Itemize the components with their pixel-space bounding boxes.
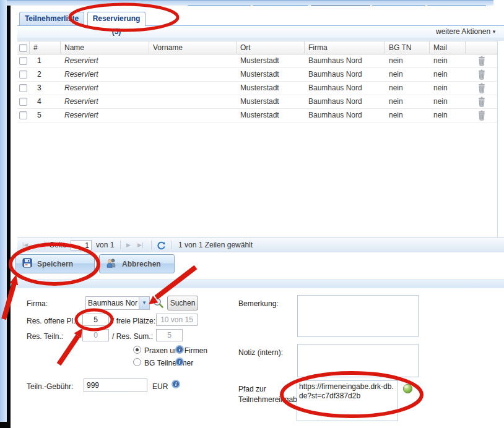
firma-combobox[interactable]: Baumhaus Nord ▼ (85, 296, 150, 310)
cell-name: Reserviert (61, 68, 149, 81)
res-teiln-label: Res. Teiln.: (27, 332, 63, 341)
info-icon[interactable]: i (175, 357, 184, 366)
delete-row-button[interactable] (477, 56, 487, 66)
chevron-down-icon: ▼ (492, 29, 497, 35)
cell-firma: Baumhaus Nord (305, 95, 385, 108)
next-page-button[interactable]: ▶ (126, 238, 131, 253)
radio-bg-label: BG Teilnehmer (144, 359, 193, 367)
cell-vorname (149, 95, 237, 108)
column-header-firma[interactable]: Firma (305, 41, 385, 54)
firma-combobox-value: Baumhaus Nord (88, 299, 137, 309)
table-row[interactable]: 1 Reserviert Musterstadt Baumhaus Nord n… (17, 54, 497, 68)
cell-name: Reserviert (61, 82, 149, 95)
gebuehr-label: Teiln.-Gebühr: (27, 382, 73, 391)
cell-bgtn: nein (385, 54, 430, 67)
subtab-reservierung[interactable]: Reservierung (5) (87, 12, 146, 26)
more-actions-menu-button[interactable]: weitere Aktionen▼ (436, 27, 497, 36)
suchen-button[interactable]: Suchen (167, 296, 198, 310)
table-row[interactable]: 5 Reserviert Musterstadt Baumhaus Nord n… (17, 109, 497, 122)
radio-praxen-und-firmen[interactable] (133, 346, 141, 354)
header-checkbox-cell (17, 41, 30, 54)
cancel-button-label: Abbrechen (122, 260, 161, 268)
freie-plaetze-input[interactable] (156, 314, 198, 326)
bemerkung-textarea[interactable] (297, 295, 419, 337)
delete-row-button[interactable] (477, 69, 487, 80)
column-header-num[interactable]: # (30, 41, 61, 54)
cell-name: Reserviert (61, 95, 149, 108)
select-all-checkbox[interactable] (19, 44, 27, 52)
cell-mail: nein (430, 109, 466, 122)
cell-vorname (149, 68, 237, 81)
column-header-mail[interactable]: Mail (430, 41, 466, 54)
page-of-label: von 1 (96, 238, 114, 253)
notiz-textarea[interactable] (297, 344, 419, 377)
table-header: # Name Vorname Ort Firma BG TN Mail (17, 41, 497, 54)
page-number-input[interactable] (71, 240, 92, 250)
search-icon[interactable] (152, 297, 164, 311)
res-teiln-input[interactable] (82, 329, 109, 341)
app-window: Kursstammdaten Dozenten- Tage Teilnehmer… (0, 0, 504, 428)
cell-vorname (149, 82, 237, 95)
table-row[interactable]: 2 Reserviert Musterstadt Baumhaus Nord n… (17, 68, 497, 82)
pfad-label: Pfad zur Teilnehmereingabe: (238, 384, 297, 405)
delete-row-button[interactable] (477, 83, 487, 93)
cell-mail: nein (430, 68, 466, 81)
chevron-down-icon[interactable]: ▼ (139, 297, 149, 309)
cell-bgtn: nein (385, 95, 430, 108)
cell-num: 4 (30, 95, 61, 108)
radio-bg-teilnehmer[interactable] (133, 358, 141, 366)
column-header-vorname[interactable]: Vorname (149, 41, 237, 54)
cell-vorname (149, 54, 237, 67)
column-header-name[interactable]: Name (61, 41, 149, 54)
info-icon[interactable]: i (175, 345, 184, 354)
cell-name: Reserviert (61, 54, 149, 67)
delete-row-button[interactable] (477, 96, 487, 107)
page-label: Seite (50, 238, 66, 253)
save-button[interactable]: Speichern (15, 254, 95, 273)
cell-name: Reserviert (61, 109, 149, 122)
cell-bgtn: nein (385, 68, 430, 81)
table-row[interactable]: 3 Reserviert Musterstadt Baumhaus Nord n… (17, 82, 497, 95)
panel-top-border (0, 0, 493, 6)
cancel-button[interactable]: Abbrechen (99, 254, 175, 273)
res-sum-input[interactable] (156, 329, 183, 341)
cell-num: 1 (30, 54, 61, 67)
separator (120, 241, 121, 249)
first-page-button[interactable]: |◀ (22, 238, 28, 253)
cell-ort: Musterstadt (237, 54, 305, 67)
prev-page-button[interactable]: ◀ (35, 238, 39, 253)
res-sum-label: / Res. Sum.: (112, 332, 153, 341)
column-header-bgtn[interactable]: BG TN (385, 41, 430, 54)
cell-firma: Baumhaus Nord (305, 68, 385, 81)
cell-ort: Musterstadt (237, 68, 305, 81)
cell-mail: nein (430, 95, 466, 108)
pfad-textarea[interactable]: https://firmeneingabe.drk-db.de?st=c7df3… (297, 380, 398, 421)
separator (45, 241, 45, 249)
cell-vorname (149, 109, 237, 122)
cell-ort: Musterstadt (237, 95, 305, 108)
cell-firma: Baumhaus Nord (305, 54, 385, 67)
globe-icon[interactable] (402, 383, 413, 396)
row-checkbox[interactable] (19, 71, 27, 79)
last-page-button[interactable]: ▶| (137, 238, 143, 253)
gebuehr-input[interactable] (84, 379, 147, 392)
form-panel-header (17, 280, 504, 288)
column-header-actions (466, 41, 497, 54)
row-checkbox[interactable] (19, 84, 27, 92)
refresh-icon[interactable] (157, 241, 166, 250)
row-checkbox[interactable] (19, 98, 27, 106)
column-header-ort[interactable]: Ort (237, 41, 305, 54)
row-checkbox[interactable] (19, 111, 27, 119)
table-row[interactable]: 4 Reserviert Musterstadt Baumhaus Nord n… (17, 95, 497, 109)
cell-bgtn: nein (385, 109, 430, 122)
row-checkbox[interactable] (19, 57, 27, 65)
info-icon[interactable]: i (172, 380, 180, 388)
users-icon (106, 258, 117, 270)
panel-left-border (0, 0, 7, 422)
subtab-teilnehmerliste[interactable]: Teilnehmerliste (5) (19, 12, 84, 25)
save-button-label: Speichern (37, 260, 73, 268)
res-offene-input[interactable] (82, 314, 109, 326)
cell-num: 5 (30, 109, 61, 122)
bemerkung-label: Bemerkung: (238, 299, 279, 308)
delete-row-button[interactable] (477, 110, 487, 121)
